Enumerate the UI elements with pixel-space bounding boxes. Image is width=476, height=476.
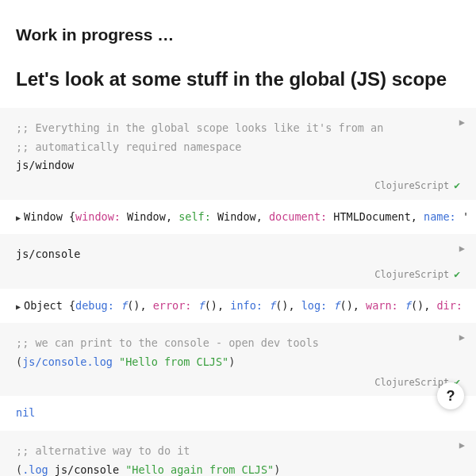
lang-label: ClojureScript✔ — [16, 372, 460, 392]
output-3: nil — [0, 396, 476, 431]
help-button[interactable]: ? — [437, 382, 464, 409]
code-cell-4[interactable]: ▶ ;; alternative way to do it (.log js/c… — [0, 431, 476, 476]
run-icon[interactable]: ▶ — [459, 240, 465, 257]
code-cell-3[interactable]: ▶ ;; we can print to the console - open … — [0, 323, 476, 396]
output-1: ▶Window {window: Window, self: Window, d… — [0, 200, 476, 235]
code-cell-1[interactable]: ▶ ;; Everything in the global scope look… — [0, 108, 476, 200]
lang-label: ClojureScript✔ — [16, 175, 460, 195]
lang-label: ClojureScript✔ — [16, 264, 460, 284]
code-content: ;; Everything in the global scope looks … — [16, 119, 460, 175]
expand-caret-icon[interactable]: ▶ — [16, 302, 21, 311]
run-icon[interactable]: ▶ — [459, 437, 465, 454]
code-content: js/console — [16, 245, 460, 264]
check-icon: ✔ — [454, 268, 460, 280]
code-content: ;; we can print to the console - open de… — [16, 334, 460, 371]
code-content: ;; alternative way to do it (.log js/con… — [16, 442, 460, 476]
output-2: ▶Object {debug: f(), error: f(), info: f… — [0, 289, 476, 324]
run-icon[interactable]: ▶ — [459, 329, 465, 346]
run-icon[interactable]: ▶ — [459, 114, 465, 131]
section-heading: Let's look at some stuff in the global (… — [16, 68, 460, 90]
expand-caret-icon[interactable]: ▶ — [16, 213, 21, 222]
check-icon: ✔ — [454, 179, 460, 191]
wip-heading: Work in progress … — [16, 25, 460, 44]
code-cell-2[interactable]: ▶ js/console ClojureScript✔ — [0, 234, 476, 288]
